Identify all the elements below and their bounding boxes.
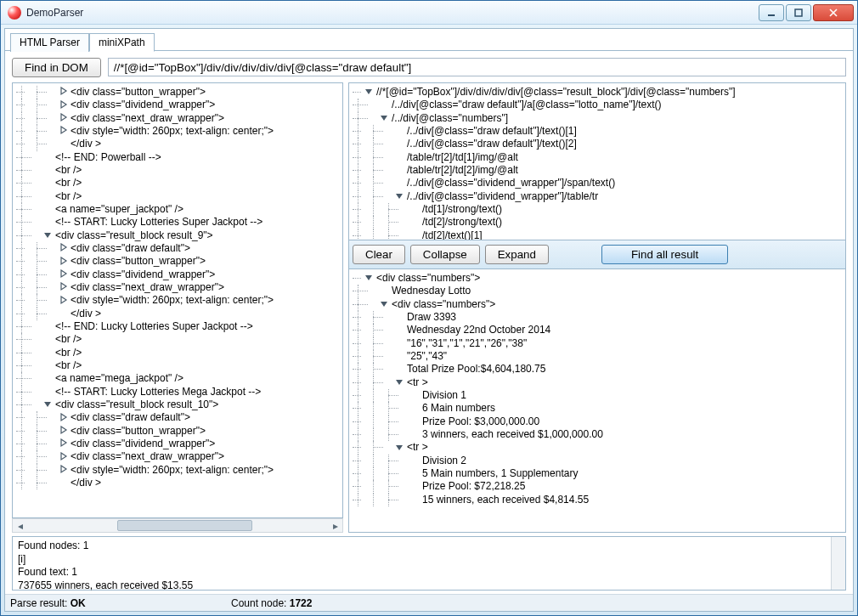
expand-button[interactable]: Expand [485,245,549,264]
tree-node-label[interactable]: /table/tr[2]/td[1]/img/@alt [407,151,518,163]
tree-toggle-icon[interactable] [43,230,53,240]
tree-node-label[interactable]: </div > [71,138,101,150]
tree-node-label[interactable]: /../div[@class="draw default"]/text()[2] [407,138,577,150]
tree-node-label[interactable]: Division 2 [422,455,466,466]
tree-node-label[interactable]: Prize Pool: $3,000,000.00 [422,415,539,427]
tree-node-label[interactable]: 3 winners, each received $1,000,000.00 [422,428,603,440]
v-scrollbar[interactable] [831,537,845,590]
find-all-result-button[interactable]: Find all result [601,245,728,264]
tree-toggle-icon[interactable] [59,282,68,291]
tree-toggle-icon[interactable] [59,126,68,135]
tree-toggle-icon[interactable] [364,273,374,282]
tree-toggle-icon[interactable] [395,443,404,452]
tree-node-label[interactable]: /../div[@class="draw default"]/text()[1] [407,125,577,137]
scroll-right-icon[interactable]: ▸ [328,519,342,532]
tree-node-label[interactable]: Wednesday Lotto [392,285,471,297]
dom-tree-pane[interactable]: <div class="button_wrapper"><div class="… [12,82,343,518]
tree-toggle-icon[interactable] [59,296,68,305]
tree-node-label[interactable]: <div style="width: 260px; text-align: ce… [71,464,274,476]
tree-node-label[interactable]: <!-- START: Lucky Lotteries Super Jackpo… [55,217,262,229]
maximize-button[interactable] [786,4,811,21]
tree-node-label[interactable]: <div class="dividend_wrapper"> [71,99,215,111]
tree-toggle-icon[interactable] [395,191,404,201]
tree-node-label[interactable]: 6 Main numbers [422,403,495,415]
tree-node-label[interactable]: "16","31","1","21","26","38" [407,337,527,349]
tree-node-label[interactable]: <br /> [55,359,82,371]
titlebar[interactable]: DemoParser [1,1,857,25]
tree-node-label[interactable]: /td[1]/strong/text() [422,203,502,215]
tree-node-label[interactable]: /../div[@class="dividend_wrapper"]/span/… [407,178,615,189]
tree-toggle-icon[interactable] [43,399,53,409]
tree-node-label[interactable]: /../div[@class="dividend_wrapper"]/table… [407,190,598,202]
tree-node-label[interactable]: <div class="numbers"> [392,298,495,310]
tree-node-label[interactable]: <tr > [407,442,428,454]
minimize-button[interactable] [759,4,784,21]
status-output[interactable]: Found nodes: 1 [i] Found text: 1 737655 … [12,536,846,591]
tree-node-label[interactable]: //*[@id="TopBox"]/div/div/div/div[@class… [376,86,736,98]
tree-node-label[interactable]: <br /> [55,347,82,359]
tree-node-label[interactable]: /../div[@class="draw default"]/a[@class=… [392,99,662,111]
tree-node-label[interactable]: <div class="next_draw_wrapper"> [71,112,224,124]
clear-button[interactable]: Clear [353,245,405,264]
tree-node-label[interactable]: 5 Main numbers, 1 Supplementary [422,467,578,479]
tree-toggle-icon[interactable] [59,113,68,122]
tree-node-label[interactable]: <br /> [55,334,82,346]
tab-minixpath[interactable]: miniXPath [89,33,155,52]
tree-node-label[interactable]: <!-- END: Powerball --> [55,151,161,163]
tree-toggle-icon[interactable] [59,269,68,279]
xpath-tree-pane[interactable]: //*[@id="TopBox"]/div/div/div/div[@class… [348,82,846,240]
tab-html-parser[interactable]: HTML Parser [10,33,89,52]
tree-node-label[interactable]: Prize Pool: $72,218.25 [422,481,525,493]
tree-node-label[interactable]: <div class="draw default"> [71,412,190,424]
tree-toggle-icon[interactable] [380,113,389,122]
tree-node-label[interactable]: <br /> [55,178,82,189]
collapse-button[interactable]: Collapse [410,245,480,264]
tree-node-label[interactable]: <div style="width: 260px; text-align: ce… [71,125,274,137]
tree-node-label[interactable]: <div style="width: 260px; text-align: ce… [71,295,274,307]
tree-node-label[interactable]: Total Prize Pool:$4,604,180.75 [407,364,545,376]
h-scrollbar-left[interactable]: ◂ ▸ [12,518,343,533]
tree-toggle-icon[interactable] [59,426,68,435]
tree-node-label[interactable]: /table/tr[2]/td[2]/img/@alt [407,164,518,176]
tree-node-label[interactable]: <div class="button_wrapper"> [71,256,206,268]
tree-node-label[interactable]: <div class="result_block result_10"> [55,398,218,410]
tree-node-label[interactable]: <div class="button_wrapper"> [71,86,206,98]
tree-node-label[interactable]: Division 1 [422,389,466,401]
scroll-left-icon[interactable]: ◂ [13,519,27,532]
tree-node-label[interactable]: <!-- START: Lucky Lotteries Mega Jackpot… [55,386,261,398]
tree-node-label[interactable]: Wednesday 22nd October 2014 [407,325,550,336]
tree-node-label[interactable]: Draw 3393 [407,311,456,323]
tree-node-label[interactable]: <br /> [55,164,82,176]
xpath-input[interactable] [108,58,846,76]
tree-toggle-icon[interactable] [59,438,68,448]
tree-toggle-icon[interactable] [59,465,68,474]
tree-node-label[interactable]: /td[2]/strong/text() [422,217,502,229]
tree-node-label[interactable]: /td[2]/text()[1] [422,229,483,240]
tree-node-label[interactable]: 15 winners, each received $4,814.55 [422,494,589,506]
tree-node-label[interactable]: <div class="next_draw_wrapper"> [71,281,224,293]
tree-toggle-icon[interactable] [59,87,68,96]
tree-node-label[interactable]: <div class="draw default"> [71,242,190,254]
tree-toggle-icon[interactable] [59,257,68,266]
tree-toggle-icon[interactable] [395,377,404,387]
tree-toggle-icon[interactable] [59,413,68,422]
tree-toggle-icon[interactable] [59,100,68,110]
tree-node-label[interactable]: <br /> [55,190,82,202]
tree-node-label[interactable]: <div class="numbers"> [376,272,480,284]
find-in-dom-button[interactable]: Find in DOM [12,58,101,77]
tree-node-label[interactable]: <!-- END: Lucky Lotteries Super Jackpot … [55,320,253,332]
tree-toggle-icon[interactable] [59,452,68,461]
tree-node-label[interactable]: <div class="result_block result_9"> [55,229,213,241]
tree-node-label[interactable]: <div class="next_draw_wrapper"> [71,451,224,463]
tree-node-label[interactable]: </div > [71,308,101,319]
tree-node-label[interactable]: <a name="super_jackpot" /> [55,203,183,215]
tree-node-label[interactable]: "25","43" [407,350,447,362]
result-tree-pane[interactable]: <div class="numbers">Wednesday Lotto<div… [348,268,846,533]
tree-toggle-icon[interactable] [380,299,389,308]
tree-node-label[interactable]: <a name="mega_jackpot" /> [55,373,183,385]
tree-node-label[interactable]: <tr > [407,376,428,388]
tree-toggle-icon[interactable] [59,243,68,252]
tree-node-label[interactable]: <div class="dividend_wrapper"> [71,438,215,449]
tree-node-label[interactable]: <div class="dividend_wrapper"> [71,268,215,280]
tree-toggle-icon[interactable] [364,87,374,96]
